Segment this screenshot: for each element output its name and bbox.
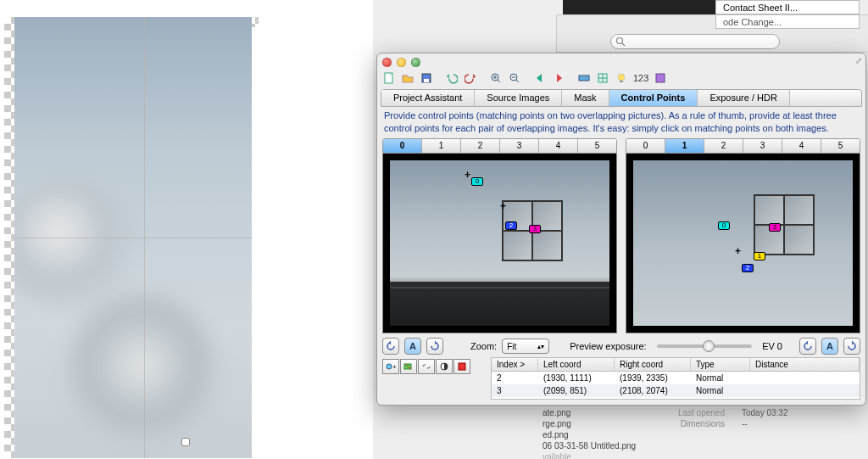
right-image-tab-4[interactable]: 4 — [782, 139, 821, 153]
col-index[interactable]: Index > — [492, 358, 538, 371]
toolbar-number: 123 — [632, 73, 650, 83]
menu-item-mode-change[interactable]: ode Change... — [715, 14, 860, 29]
prev-icon[interactable] — [531, 70, 548, 87]
table-row[interactable]: 2 (1930, 1111) (1939, 2335) Normal — [492, 372, 860, 384]
tool-add-icon[interactable]: + — [382, 359, 399, 374]
file-item[interactable]: rge.png — [542, 418, 636, 429]
right-image-tab-5[interactable]: 5 — [821, 139, 860, 153]
cp-marker-3[interactable]: 3 — [769, 223, 781, 232]
col-left[interactable]: Left coord — [538, 358, 615, 371]
left-image-tab-2[interactable]: 2 — [461, 139, 500, 153]
col-distance[interactable]: Distance — [750, 358, 860, 371]
svg-line-10 — [516, 80, 519, 82]
tab-project-assistant[interactable]: Project Assistant — [381, 90, 475, 106]
svg-point-16 — [618, 74, 625, 81]
open-icon[interactable] — [399, 70, 416, 87]
svg-rect-12 — [579, 76, 589, 81]
zoom-value: Fit — [507, 342, 516, 351]
undo-right-button[interactable] — [799, 338, 816, 355]
cp-marker-plus[interactable]: + — [465, 169, 470, 181]
resize-icon[interactable]: ⤢ — [855, 56, 862, 65]
file-item[interactable]: ate.png — [542, 407, 636, 418]
right-image-tab-3[interactable]: 3 — [743, 139, 782, 153]
redo-left-button[interactable] — [426, 338, 443, 355]
guide-horizontal[interactable] — [14, 238, 252, 238]
search-input[interactable] — [610, 34, 780, 49]
tool-remove-icon[interactable] — [400, 359, 417, 374]
cp-marker-0[interactable]: 0 — [471, 177, 483, 186]
tool-link-icon[interactable] — [418, 359, 435, 374]
undo-icon[interactable] — [443, 70, 460, 87]
last-opened-label: Last opened — [661, 408, 725, 417]
redo-right-button[interactable] — [843, 338, 860, 355]
cp-marker-2[interactable]: 2 — [742, 264, 754, 272]
left-image-tab-1[interactable]: 1 — [422, 139, 461, 153]
cp-marker-2[interactable]: 2 — [505, 221, 517, 230]
zoom-out-icon[interactable] — [506, 70, 523, 87]
left-image-tab-5[interactable]: 5 — [578, 139, 616, 153]
cell-index: 3 — [492, 384, 538, 397]
tool-stop-icon[interactable] — [453, 359, 470, 374]
crop-handle[interactable] — [181, 438, 190, 446]
ev-value: EV 0 — [762, 341, 782, 351]
right-image-tab-1[interactable]: 1 — [665, 139, 704, 153]
zoom-label: Zoom: — [470, 341, 497, 351]
cp-marker-plus[interactable]: + — [735, 245, 741, 257]
auto-left-button[interactable]: A — [404, 338, 421, 355]
main-tabs: Project Assistant Source Images Mask Con… — [381, 89, 862, 107]
file-list: ate.png rge.png ed.png 06 03-31-58 Untit… — [542, 407, 636, 459]
control-points-table: Index > Left coord Right coord Type Dist… — [491, 357, 860, 400]
tab-control-points[interactable]: Control Points — [609, 90, 698, 106]
col-right[interactable]: Right coord — [615, 358, 691, 371]
cell-dist — [750, 384, 860, 397]
table-row[interactable]: 3 (2099, 851) (2108, 2074) Normal — [492, 384, 860, 397]
cell-type: Normal — [691, 384, 750, 397]
left-image-tab-3[interactable]: 3 — [500, 139, 539, 153]
dropdown-arrows-icon: ▴▾ — [537, 343, 544, 350]
undo-left-button[interactable] — [382, 338, 399, 355]
panorama-icon[interactable] — [576, 70, 593, 87]
left-image-tabs: 0 1 2 3 4 5 — [382, 138, 617, 154]
left-image-tab-0[interactable]: 0 — [383, 139, 422, 153]
file-item[interactable]: ed.png — [542, 429, 636, 440]
right-image-tab-2[interactable]: 2 — [704, 139, 743, 153]
tab-source-images[interactable]: Source Images — [475, 90, 562, 106]
minimize-button[interactable] — [397, 58, 406, 67]
right-image-tab-0[interactable]: 0 — [626, 139, 665, 153]
cp-marker-3[interactable]: 3 — [529, 225, 541, 233]
toolbar: 123 — [381, 69, 862, 87]
svg-rect-4 — [424, 79, 429, 82]
cell-dist — [750, 372, 860, 384]
redo-icon[interactable] — [462, 70, 479, 87]
maximize-button[interactable] — [411, 58, 420, 67]
left-image-tab-4[interactable]: 4 — [539, 139, 578, 153]
cp-marker-0[interactable]: 0 — [718, 221, 730, 230]
save-icon[interactable] — [418, 70, 435, 87]
lightbulb-icon[interactable] — [613, 70, 630, 87]
zoom-in-icon[interactable] — [487, 70, 504, 87]
zoom-select[interactable]: Fit ▴▾ — [502, 339, 549, 354]
slider-knob[interactable] — [703, 340, 715, 352]
new-doc-icon[interactable] — [381, 70, 398, 87]
settings-icon[interactable] — [652, 70, 669, 87]
last-opened-value: Today 03:32 — [742, 408, 788, 417]
right-image-view[interactable]: 0 3 1 2 + — [626, 154, 860, 333]
close-button[interactable] — [382, 58, 392, 67]
grid-icon[interactable] — [594, 70, 611, 87]
menu-item-contact-sheet[interactable]: Contact Sheet II... — [715, 0, 860, 14]
auto-right-button[interactable]: A — [821, 338, 838, 355]
left-image-view[interactable]: + 0 + 2 3 — [382, 154, 617, 333]
tab-exposure-hdr[interactable]: Exposure / HDR — [698, 90, 789, 106]
guide-vertical[interactable] — [144, 17, 145, 458]
tab-mask[interactable]: Mask — [562, 90, 609, 106]
svg-rect-24 — [459, 363, 465, 370]
exposure-slider[interactable] — [657, 344, 752, 348]
traffic-lights — [382, 58, 420, 67]
svg-line-6 — [498, 80, 500, 82]
file-item[interactable]: 06 03-31-58 Untitled.png — [542, 440, 636, 451]
cp-marker-plus[interactable]: + — [500, 200, 506, 212]
tool-contrast-icon[interactable] — [436, 359, 453, 374]
next-icon[interactable] — [550, 70, 567, 87]
col-type[interactable]: Type — [691, 358, 750, 371]
cp-marker-1[interactable]: 1 — [754, 252, 765, 260]
